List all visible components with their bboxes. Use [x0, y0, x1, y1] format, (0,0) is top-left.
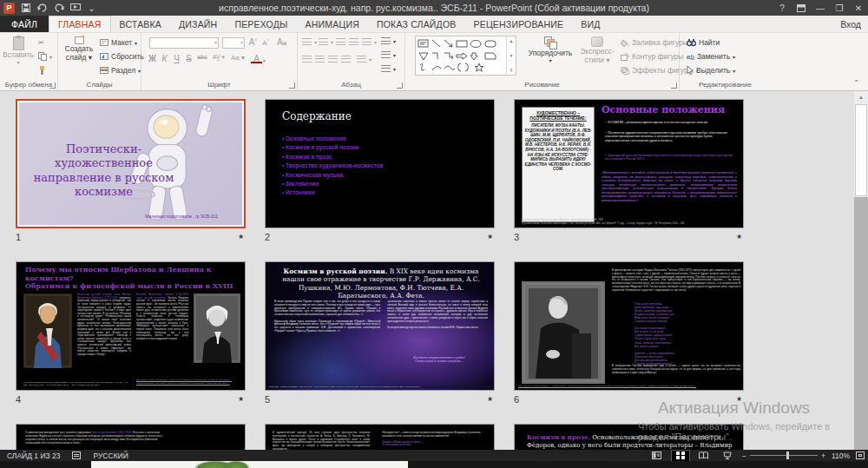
undo-icon[interactable]: [36, 3, 48, 13]
clear-formatting-button[interactable]: А𝄪: [276, 37, 287, 48]
customize-qat-icon[interactable]: ⌄: [86, 3, 97, 13]
find-button[interactable]: Найти: [687, 38, 720, 47]
quick-access-toolbar: P ⌄: [0, 3, 97, 14]
scrollbar-thumb[interactable]: [855, 104, 867, 196]
ribbon-display-options-button[interactable]: [792, 0, 811, 16]
zoom-slider[interactable]: [750, 455, 818, 456]
align-right-button[interactable]: [328, 56, 338, 63]
quick-styles-button[interactable]: Экспресс- стили ▾: [577, 36, 617, 64]
save-icon[interactable]: [20, 3, 31, 13]
align-left-button[interactable]: [302, 56, 312, 63]
reading-view-button[interactable]: [695, 451, 713, 461]
slide-thumbnail-2[interactable]: Содержание • Основные положения • Космиз…: [265, 99, 495, 228]
font-name-combo[interactable]: [149, 37, 219, 49]
tab-file[interactable]: ФАЙЛ: [0, 16, 49, 32]
zoom-slider-thumb[interactable]: [786, 452, 789, 459]
select-button[interactable]: Выделить▾: [687, 66, 735, 75]
tab-view[interactable]: ВИД: [572, 16, 608, 32]
increase-indent-button[interactable]: [349, 38, 358, 45]
slide-thumbnail-9[interactable]: Космизм в прозе. Основоположником космиз…: [514, 424, 744, 450]
slideshow-view-button[interactable]: [719, 451, 736, 461]
slide-thumbnail-6[interactable]: В философском наследии Фёдора Ивановича …: [514, 261, 744, 391]
zoom-out-button[interactable]: −: [742, 452, 746, 460]
tab-animations[interactable]: АНИМАЦИЯ: [297, 16, 368, 32]
sign-in-link[interactable]: Вход: [840, 16, 861, 33]
fit-to-window-button[interactable]: [856, 452, 865, 459]
font-color-button[interactable]: А: [251, 54, 262, 63]
scroll-up-arrow[interactable]: ▲: [854, 91, 868, 103]
tab-slideshow[interactable]: ПОКАЗ СЛАЙДОВ: [368, 16, 465, 32]
language-indicator[interactable]: РУССКИЙ: [93, 452, 128, 460]
help-button[interactable]: ?: [773, 0, 792, 16]
arrange-button[interactable]: Упорядочить▾: [525, 36, 575, 63]
slide4-footnote-left: Русский космизм: Вселенная и философия /…: [23, 381, 129, 387]
arrange-icon: [544, 36, 556, 49]
shape-outline-button[interactable]: Контур фигуры▾: [621, 52, 688, 61]
font-dialog-launcher[interactable]: [289, 82, 295, 89]
tab-review[interactable]: РЕЦЕНЗИРОВАНИЕ: [465, 16, 573, 32]
italic-button[interactable]: К: [159, 54, 170, 63]
underline-button[interactable]: Ч: [171, 54, 182, 63]
bullets-button[interactable]: ▾: [302, 38, 317, 45]
vertical-scrollbar[interactable]: ▲: [854, 91, 868, 450]
zoom-in-button[interactable]: +: [821, 452, 825, 460]
tab-transitions[interactable]: ПЕРЕХОДЫ: [226, 16, 296, 32]
reset-button[interactable]: Сбросить: [100, 52, 144, 61]
zoom-level[interactable]: 110%: [832, 452, 850, 460]
numbering-button[interactable]: ▾: [319, 38, 333, 45]
columns-button[interactable]: ▾: [357, 56, 372, 63]
text-shadow-button[interactable]: abc: [195, 54, 209, 60]
tab-design[interactable]: ДИЗАЙН: [170, 16, 226, 32]
powerpoint-app-icon[interactable]: P: [3, 3, 15, 14]
align-text-button[interactable]: ▾: [381, 51, 396, 58]
slide-thumbnail-3[interactable]: ХУДОЖЕСТВЕННО – ПОЭТИЧЕСКОЕ ТЕЧЕНИЕ: ПИС…: [514, 99, 744, 228]
shapes-gallery[interactable]: ▲▼⊽: [415, 36, 516, 76]
grow-font-button[interactable]: А˄: [247, 37, 259, 47]
slide-thumbnail-5[interactable]: Космизм в русской поэзии. В XIX веке иде…: [265, 261, 495, 391]
restore-button[interactable]: ❐: [830, 0, 849, 16]
redo-icon[interactable]: [53, 3, 64, 13]
start-slideshow-icon[interactable]: [69, 3, 81, 13]
slide-thumbnail-1[interactable]: Поэтически-художественное направление в …: [16, 99, 246, 228]
strikethrough-button[interactable]: S: [183, 54, 194, 63]
slide-thumbnail-7[interactable]: К символистам принадлежит поэт, человек …: [16, 424, 246, 450]
align-center-button[interactable]: [315, 56, 325, 63]
quick-styles-icon: [591, 36, 603, 47]
character-spacing-button[interactable]: AV̲ ▾: [211, 54, 227, 61]
normal-view-button[interactable]: [648, 451, 666, 461]
shapes-gallery-scroll[interactable]: ▲▼⊽: [506, 36, 516, 75]
decrease-indent-button[interactable]: [336, 38, 345, 45]
justify-button[interactable]: [341, 56, 351, 63]
copy-button[interactable]: ▾: [38, 52, 52, 61]
line-spacing-button[interactable]: ▾: [362, 38, 377, 45]
layout-button[interactable]: Макет▾: [100, 38, 137, 47]
slide4-footnote-links[interactable]: Щербатов Михаил Михайлович // Большая ро…: [136, 379, 240, 385]
format-painter-button[interactable]: [38, 66, 47, 75]
replace-button[interactable]: ab̲Заменить▾: [687, 52, 735, 61]
section-button[interactable]: Раздел▾: [100, 66, 141, 75]
notes-button[interactable]: [72, 452, 81, 459]
tab-insert[interactable]: ВСТАВКА: [111, 16, 170, 32]
slide-thumbnail-4[interactable]: Почему мы относим Щербатова и Левшина к …: [16, 261, 246, 391]
clipboard-dialog-launcher[interactable]: [49, 82, 56, 89]
paste-button[interactable]: Вставить▾: [2, 36, 35, 65]
minimize-button[interactable]: —: [811, 0, 830, 16]
close-button[interactable]: ✕: [849, 0, 868, 16]
font-size-combo[interactable]: [222, 37, 245, 49]
tab-home[interactable]: ГЛАВНАЯ: [49, 16, 111, 32]
slide8-col2: «Всеединство» — квинтэссенция космическо…: [382, 432, 484, 447]
cut-button[interactable]: ✂: [38, 38, 44, 47]
bold-button[interactable]: Ж: [147, 54, 158, 63]
new-slide-button[interactable]: Создать слайд ▾: [61, 36, 97, 62]
change-case-button[interactable]: Aa ▾: [230, 54, 246, 62]
drawing-dialog-launcher[interactable]: [671, 82, 677, 89]
convert-smartart-button[interactable]: ▾: [381, 65, 396, 72]
text-direction-button[interactable]: ▾: [381, 37, 396, 44]
slide6-footnote-link[interactable]: Фет: Научное Чтение книги Ю.А. Кувалдинс…: [518, 385, 740, 387]
slide-thumbnail-8[interactable]: В художественной культуре XX века глубок…: [265, 424, 495, 450]
slide-sorter-view-button[interactable]: [672, 451, 689, 461]
scrollbar-track[interactable]: [854, 197, 868, 450]
shrink-font-button[interactable]: А˅: [260, 37, 272, 47]
collapse-ribbon-button[interactable]: ⌃: [853, 79, 859, 87]
paragraph-dialog-launcher[interactable]: [397, 82, 403, 89]
